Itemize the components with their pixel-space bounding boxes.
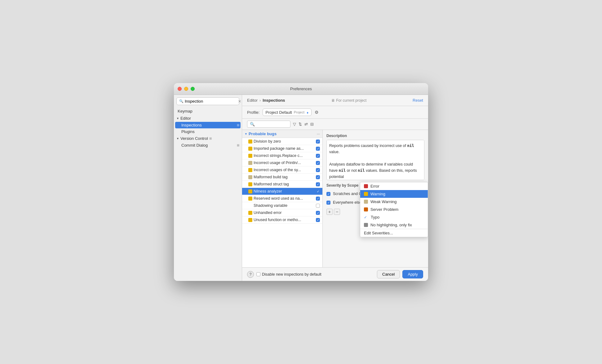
disable-new-checkbox[interactable] bbox=[256, 272, 260, 276]
help-button[interactable]: ? bbox=[247, 271, 254, 278]
sidebar-child-label-inspections: Inspections bbox=[181, 123, 202, 127]
footer: ? Disable new inspections by default Can… bbox=[242, 267, 428, 281]
two-pane: ▼ Probable bugs — Division by zero Impor… bbox=[242, 130, 428, 267]
gear-icon[interactable]: ⚙ bbox=[315, 110, 319, 115]
dropdown-item-no-highlight[interactable]: No highlighting, only fix bbox=[360, 221, 428, 229]
checkbox-6[interactable] bbox=[316, 182, 320, 186]
profile-label: Profile: bbox=[247, 110, 259, 115]
inspection-name-0: Division by zero bbox=[254, 139, 315, 144]
maximize-button[interactable] bbox=[191, 87, 195, 91]
filter-icon[interactable]: ▽ bbox=[293, 122, 296, 127]
dropdown-item-server-problem[interactable]: Server Problem bbox=[360, 206, 428, 213]
inspection-row-11[interactable]: Unused function or metho... bbox=[242, 216, 322, 224]
main-header: Editor › Inspections 🖥 For current proje… bbox=[242, 95, 428, 106]
close-button[interactable] bbox=[178, 87, 182, 91]
dropdown-item-typo[interactable]: ✓ Typo bbox=[360, 213, 428, 221]
footer-left: ? Disable new inspections by default bbox=[247, 271, 321, 278]
apply-button[interactable]: Apply bbox=[402, 270, 423, 278]
expand-all-icon[interactable]: ⇅ bbox=[299, 122, 302, 127]
checkbox-3[interactable] bbox=[316, 161, 320, 165]
description-pane: Description Reports problems caused by i… bbox=[323, 130, 428, 267]
window-controls bbox=[178, 87, 195, 91]
inspection-row-10[interactable]: Unhandled error bbox=[242, 209, 322, 216]
inspection-row-7[interactable]: Nilness analyzer bbox=[242, 188, 322, 195]
sidebar-group-editor[interactable]: ▼ Editor bbox=[174, 115, 242, 122]
checkbox-10[interactable] bbox=[316, 211, 320, 215]
dropdown-label-warning: Warning bbox=[370, 192, 385, 196]
edit-icon-commit: ⊞ bbox=[237, 144, 239, 147]
group-header-probable-bugs[interactable]: ▼ Probable bugs — bbox=[242, 130, 322, 138]
disable-label: Disable new inspections by default bbox=[262, 272, 321, 277]
weak-warning-color-icon bbox=[364, 200, 368, 204]
scope-check-1[interactable] bbox=[326, 201, 330, 205]
sidebar-search-input[interactable] bbox=[185, 99, 237, 104]
minimize-button[interactable] bbox=[184, 87, 188, 91]
profile-select[interactable]: Project Default Project ⬧ bbox=[263, 109, 312, 116]
search-clear-icon[interactable]: ✕ bbox=[238, 99, 241, 104]
inspection-search-input[interactable] bbox=[256, 122, 287, 127]
checkbox-2[interactable] bbox=[316, 154, 320, 158]
add-scope-button[interactable]: + bbox=[326, 209, 333, 215]
breadcrumb-separator: › bbox=[259, 98, 261, 103]
checkbox-7[interactable] bbox=[316, 189, 320, 193]
severity-box-5 bbox=[248, 175, 252, 179]
inspection-row-1[interactable]: Imported package name as... bbox=[242, 145, 322, 152]
checkbox-5[interactable] bbox=[316, 175, 320, 179]
sidebar-item-plugins[interactable]: Plugins bbox=[174, 128, 242, 135]
error-color-icon bbox=[364, 184, 368, 188]
inspection-search-icon: 🔍 bbox=[250, 122, 255, 127]
severity-box-4 bbox=[248, 168, 252, 172]
collapse-triangle-icon: ▼ bbox=[176, 117, 179, 120]
checkbox-9[interactable] bbox=[316, 204, 320, 208]
sidebar-group-label-editor: Editor bbox=[180, 116, 191, 121]
remove-scope-button[interactable]: − bbox=[334, 209, 340, 215]
group-collapse-icon[interactable]: — bbox=[317, 132, 320, 135]
inspection-name-10: Unhandled error bbox=[254, 211, 315, 215]
dropdown-item-error[interactable]: Error bbox=[360, 182, 428, 190]
severity-box-8 bbox=[248, 197, 252, 201]
disable-checkbox[interactable]: Disable new inspections by default bbox=[256, 272, 321, 277]
dropdown-item-weak-warning[interactable]: Weak Warning bbox=[360, 198, 428, 206]
inspection-row-3[interactable]: Incorrect usage of Println/... bbox=[242, 159, 322, 166]
dropdown-item-warning[interactable]: Warning bbox=[360, 190, 428, 198]
inspection-row-6[interactable]: Malformed struct tag bbox=[242, 181, 322, 188]
inspection-name-7: Nilness analyzer bbox=[254, 189, 315, 193]
sidebar-search-box[interactable]: 🔍 ✕ bbox=[176, 97, 239, 105]
sidebar-item-commit-dialog[interactable]: Commit Dialog ⊞ bbox=[174, 142, 242, 149]
severity-box-0 bbox=[248, 140, 252, 144]
severity-box-9 bbox=[248, 204, 252, 208]
inspection-row-9[interactable]: Shadowing variable bbox=[242, 202, 322, 209]
collapse-icon[interactable]: ⊟ bbox=[310, 122, 314, 127]
edit-icon-vc: ⊞ bbox=[209, 137, 212, 140]
collapse-all-icon[interactable]: ⇄ bbox=[304, 122, 308, 127]
edit-severities-button[interactable]: Edit Severities... bbox=[360, 229, 428, 237]
group-triangle-icon: ▼ bbox=[245, 132, 247, 135]
inspection-name-11: Unused function or metho... bbox=[254, 218, 315, 222]
inspection-row-5[interactable]: Malformed build tag bbox=[242, 174, 322, 181]
sidebar-child-label-commit: Commit Dialog bbox=[181, 143, 208, 148]
inspection-name-9: Shadowing variable bbox=[254, 203, 315, 208]
main-panel: Editor › Inspections 🖥 For current proje… bbox=[242, 95, 428, 281]
inspection-name-1: Imported package name as... bbox=[254, 146, 315, 151]
scope-check-0[interactable] bbox=[326, 192, 330, 196]
sidebar-group-version-control[interactable]: ▼ Version Control ⊞ bbox=[174, 135, 242, 142]
checkbox-4[interactable] bbox=[316, 168, 320, 172]
inspection-row-2[interactable]: Incorrect strings.Replace c... bbox=[242, 152, 322, 159]
search-icon: 🔍 bbox=[179, 99, 184, 103]
for-project-text: For current project bbox=[336, 98, 366, 103]
inspection-row-8[interactable]: Reserved word used as na... bbox=[242, 195, 322, 202]
profile-tag: Project bbox=[294, 110, 304, 114]
sidebar-item-keymap[interactable]: Keymap bbox=[174, 108, 242, 115]
checkbox-8[interactable] bbox=[316, 197, 320, 201]
server-problem-color-icon bbox=[364, 207, 368, 211]
sidebar-item-inspections[interactable]: Inspections ⊞ bbox=[175, 122, 241, 128]
warning-color-icon bbox=[364, 192, 368, 196]
inspection-row-4[interactable]: Incorrect usages of the sy... bbox=[242, 166, 322, 174]
reset-button[interactable]: Reset bbox=[413, 98, 423, 103]
cancel-button[interactable]: Cancel bbox=[377, 270, 400, 278]
inspection-row-0[interactable]: Division by zero bbox=[242, 138, 322, 145]
inspection-search[interactable]: 🔍 bbox=[247, 121, 290, 128]
checkbox-0[interactable] bbox=[316, 140, 320, 144]
checkbox-1[interactable] bbox=[316, 147, 320, 151]
checkbox-11[interactable] bbox=[316, 218, 320, 222]
